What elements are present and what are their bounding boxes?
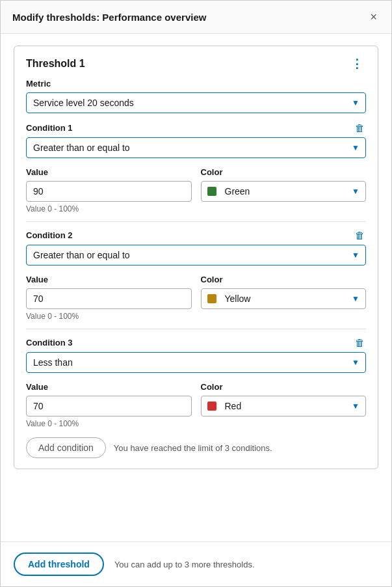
condition-1-color-label: Color [201, 167, 367, 177]
condition-3-delete-icon[interactable]: 🗑 [354, 337, 366, 348]
condition-2-value-color-row: Value Color Yellow ▼ [26, 275, 366, 309]
condition-2-value-input[interactable] [26, 288, 192, 309]
divider-1 [26, 221, 366, 222]
condition-1-hint: Value 0 - 100% [26, 204, 366, 213]
condition-2-color-field: Color Yellow ▼ [201, 275, 367, 309]
condition-1-header: Condition 1 🗑 [26, 122, 366, 133]
condition-3-color-select[interactable]: Red [201, 396, 367, 416]
condition-1-label: Condition 1 [26, 123, 73, 133]
threshold-title: Threshold 1 [26, 58, 85, 70]
condition-1-color-select[interactable]: Green [201, 181, 367, 202]
condition-3-value-field: Value [26, 382, 192, 416]
modal-container: Modify thresholds: Performance overview … [0, 0, 392, 587]
condition-1-value-field: Value [26, 167, 192, 202]
three-dots-menu[interactable]: ⋮ [348, 57, 366, 71]
condition-3-value-label: Value [26, 382, 192, 392]
condition-2-hint: Value 0 - 100% [26, 312, 366, 321]
condition-2-color-select[interactable]: Yellow [201, 288, 367, 309]
modal-title: Modify thresholds: Performance overview [12, 12, 206, 23]
modal-footer: Add threshold You can add up to 3 more t… [1, 541, 391, 586]
condition-1-value-input[interactable] [26, 181, 192, 202]
condition-3-color-select-wrapper: Red ▼ [201, 396, 367, 416]
add-threshold-button[interactable]: Add threshold [14, 553, 104, 576]
footer-hint-text: You can add up to 3 more thresholds. [114, 560, 255, 569]
condition-1-operator-wrapper: Greater than or equal to ▼ [26, 137, 366, 158]
condition-2-value-field: Value [26, 275, 192, 309]
add-condition-button[interactable]: Add condition [26, 437, 106, 458]
condition-1-operator-select[interactable]: Greater than or equal to [26, 137, 366, 158]
condition-3-color-field: Color Red ▼ [201, 382, 367, 416]
condition-2-value-label: Value [26, 275, 192, 284]
condition-1-color-field: Color Green ▼ [201, 167, 367, 202]
condition-3-hint: Value 0 - 100% [26, 419, 366, 428]
condition-3-operator-wrapper: Less than ▼ [26, 352, 366, 373]
condition-2-operator-wrapper: Greater than or equal to ▼ [26, 245, 366, 266]
metric-label: Metric [26, 79, 366, 89]
divider-2 [26, 329, 366, 329]
add-condition-row: Add condition You have reached the limit… [26, 437, 366, 458]
condition-1-value-label: Value [26, 167, 192, 177]
condition-limit-text: You have reached the limit of 3 conditio… [114, 443, 272, 453]
condition-2-delete-icon[interactable]: 🗑 [354, 230, 366, 241]
modal-body: Threshold 1 ⋮ Metric Service level 20 se… [1, 34, 391, 541]
metric-select[interactable]: Service level 20 seconds [26, 92, 366, 113]
condition-2-operator-select[interactable]: Greater than or equal to [26, 245, 366, 266]
condition-3-header: Condition 3 🗑 [26, 337, 366, 348]
condition-3-color-label: Color [201, 382, 367, 392]
condition-1-color-select-wrapper: Green ▼ [201, 181, 367, 202]
threshold-card-header: Threshold 1 ⋮ [26, 57, 366, 71]
condition-3-value-input[interactable] [26, 396, 192, 416]
condition-3-value-color-row: Value Color Red ▼ [26, 382, 366, 416]
condition-2-color-select-wrapper: Yellow ▼ [201, 288, 367, 309]
condition-3-label: Condition 3 [26, 338, 73, 348]
condition-1-value-color-row: Value Color Green ▼ [26, 167, 366, 202]
condition-2-label: Condition 2 [26, 230, 73, 240]
threshold-card-1: Threshold 1 ⋮ Metric Service level 20 se… [14, 46, 378, 469]
modal-header: Modify thresholds: Performance overview … [1, 1, 391, 34]
condition-2-header: Condition 2 🗑 [26, 230, 366, 241]
metric-select-wrapper: Service level 20 seconds ▼ [26, 92, 366, 113]
condition-2-color-label: Color [201, 275, 367, 284]
condition-1-delete-icon[interactable]: 🗑 [354, 122, 366, 133]
close-button[interactable]: × [367, 10, 380, 24]
condition-3-operator-select[interactable]: Less than [26, 352, 366, 373]
